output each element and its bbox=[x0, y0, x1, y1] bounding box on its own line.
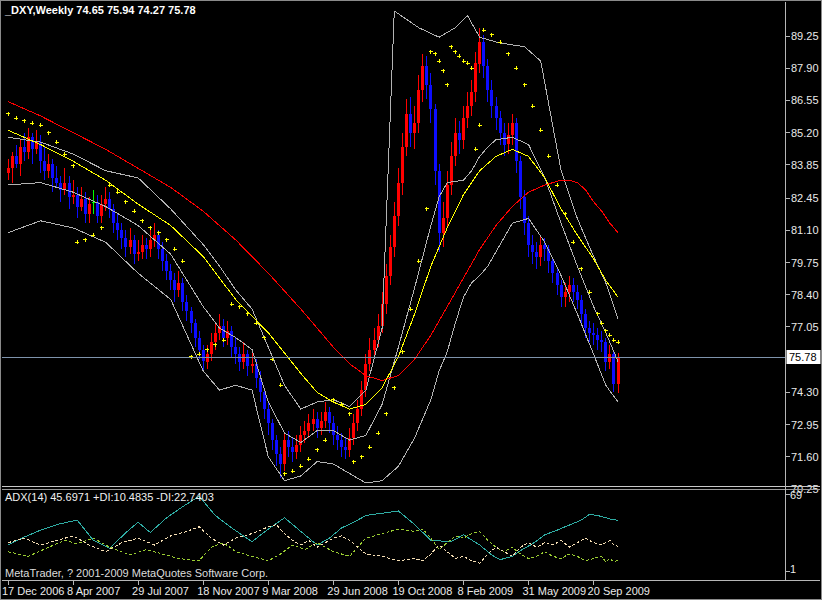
price-tick-label: 74.30 bbox=[791, 386, 819, 398]
candle-up bbox=[397, 183, 400, 216]
time-tick-label: 8 Feb 2009 bbox=[458, 585, 514, 597]
candle-down bbox=[486, 66, 489, 90]
price-tick-label: 82.45 bbox=[791, 192, 819, 204]
candle-up bbox=[405, 114, 408, 147]
candle-up bbox=[210, 342, 213, 354]
candle-down bbox=[580, 300, 583, 314]
candle-up bbox=[564, 292, 567, 297]
time-tick-label: 20 Sep 2009 bbox=[588, 585, 650, 597]
candle-down bbox=[328, 412, 331, 424]
candle-up bbox=[251, 364, 254, 366]
candle-down bbox=[202, 350, 205, 362]
candle-up bbox=[19, 147, 22, 164]
candle-up bbox=[356, 409, 359, 423]
price-tick-label: 72.95 bbox=[791, 419, 819, 431]
adx-scale-min-label: 1 bbox=[790, 563, 796, 575]
candle-down bbox=[124, 238, 127, 248]
candle-down bbox=[246, 354, 249, 366]
candle-down bbox=[519, 161, 522, 197]
candle-down bbox=[181, 283, 184, 302]
candle-down bbox=[531, 245, 534, 252]
price-tick-label: 89.25 bbox=[791, 30, 819, 42]
candle-up bbox=[320, 421, 323, 428]
candle-down bbox=[169, 271, 172, 281]
candle-down bbox=[551, 261, 554, 273]
candle-down bbox=[434, 109, 437, 171]
candle-down bbox=[336, 435, 339, 440]
candle-down bbox=[515, 123, 518, 161]
candle-down bbox=[31, 137, 34, 149]
candle-up bbox=[413, 123, 416, 133]
candle-down bbox=[612, 354, 615, 384]
candle-down bbox=[499, 118, 502, 132]
candle-down bbox=[560, 285, 563, 297]
candle-down bbox=[600, 340, 603, 342]
candle-down bbox=[527, 223, 530, 245]
candle-up bbox=[295, 445, 298, 452]
candle-up bbox=[470, 92, 473, 106]
price-tick-label: 79.75 bbox=[791, 257, 819, 269]
time-tick-label: 29 Jul 2007 bbox=[132, 585, 189, 597]
candle-down bbox=[275, 440, 278, 454]
adx-indicator-label: ADX(14) 45.6971 +DI:10.4835 -DI:22.7403 bbox=[5, 491, 214, 503]
candle-down bbox=[495, 106, 498, 118]
candle-up bbox=[446, 185, 449, 218]
candle-down bbox=[340, 440, 343, 447]
time-tick-label: 31 May 2009 bbox=[523, 585, 587, 597]
candle-up bbox=[214, 333, 217, 343]
candle-down bbox=[84, 199, 87, 213]
candle-down bbox=[572, 285, 575, 292]
candle-down bbox=[604, 342, 607, 361]
candle-down bbox=[161, 249, 164, 261]
candle-up bbox=[507, 135, 510, 145]
current-price-label: 75.78 bbox=[789, 351, 817, 363]
candle-down bbox=[429, 85, 432, 109]
candle-up bbox=[141, 245, 144, 252]
candle-down bbox=[230, 331, 233, 348]
candle-up bbox=[137, 252, 140, 254]
candle-down bbox=[584, 314, 587, 328]
candle-up bbox=[352, 423, 355, 437]
candle-down bbox=[133, 240, 136, 254]
candle-down bbox=[194, 323, 197, 337]
candle-down bbox=[185, 302, 188, 312]
candle-down bbox=[458, 133, 461, 140]
time-tick-label: 8 Apr 2007 bbox=[67, 585, 120, 597]
candle-down bbox=[592, 333, 595, 335]
candle-up bbox=[72, 195, 75, 197]
time-tick-label: 17 Dec 2006 bbox=[2, 585, 64, 597]
price-tick-label: 86.55 bbox=[791, 94, 819, 106]
candle-down bbox=[482, 42, 485, 66]
candle-up bbox=[307, 423, 310, 430]
candle-down bbox=[344, 447, 347, 449]
candle-up bbox=[80, 199, 83, 206]
candle-up bbox=[421, 66, 424, 90]
candle-down bbox=[51, 164, 54, 178]
candle-down bbox=[316, 419, 319, 429]
candle-down bbox=[490, 90, 493, 107]
candle-up bbox=[104, 199, 107, 204]
candle-up bbox=[177, 283, 180, 290]
price-tick-label: 78.40 bbox=[791, 289, 819, 301]
price-tick-label: 83.85 bbox=[791, 159, 819, 171]
candle-down bbox=[165, 261, 168, 271]
candle-down bbox=[173, 280, 176, 290]
candle-down bbox=[267, 409, 270, 423]
candle-down bbox=[576, 292, 579, 299]
price-tick-label: 71.60 bbox=[791, 451, 819, 463]
candle-up bbox=[393, 216, 396, 247]
candle-up bbox=[312, 419, 315, 424]
candle-up bbox=[11, 156, 14, 168]
candle-down bbox=[556, 273, 559, 285]
candle-down bbox=[291, 447, 294, 452]
candle-up bbox=[373, 340, 376, 350]
candle-up bbox=[462, 118, 465, 140]
candle-down bbox=[108, 199, 111, 209]
candle-up bbox=[88, 204, 91, 214]
adx-indicator-pane[interactable] bbox=[2, 490, 785, 579]
candle-down bbox=[409, 114, 412, 133]
candle-down bbox=[279, 454, 282, 464]
time-tick-label: 19 Oct 2008 bbox=[392, 585, 452, 597]
candle-up bbox=[401, 147, 404, 183]
candle-down bbox=[425, 66, 428, 85]
